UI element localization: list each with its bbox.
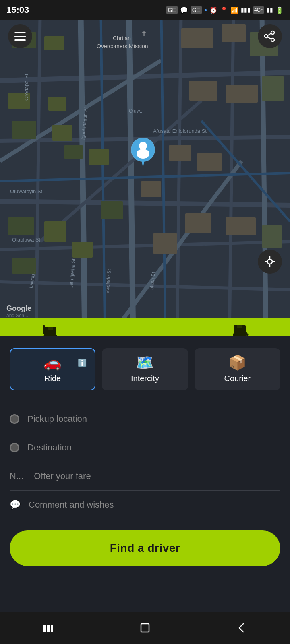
svg-text:Overcomers Mission: Overcomers Mission	[97, 43, 148, 50]
svg-point-68	[265, 35, 268, 38]
package-right-icon	[230, 320, 250, 338]
back-icon	[235, 621, 248, 634]
svg-rect-42	[101, 201, 123, 219]
svg-rect-80	[43, 325, 45, 334]
svg-line-69	[268, 33, 271, 35]
svg-rect-29	[226, 85, 258, 103]
svg-rect-36	[44, 221, 66, 242]
dot-icon: •	[204, 6, 207, 15]
message-icon: 💬	[180, 6, 188, 14]
recent-apps-icon	[42, 621, 55, 634]
svg-text:Chrtian: Chrtian	[113, 35, 131, 41]
signal-icon: ▮▮▮	[241, 7, 251, 13]
svg-rect-25	[48, 97, 66, 111]
ride-tab[interactable]: ℹ️ 🚗 Ride	[10, 348, 95, 390]
svg-rect-39	[226, 217, 256, 235]
destination-dot-icon	[10, 443, 19, 452]
svg-rect-43	[72, 242, 93, 258]
svg-rect-87	[47, 625, 50, 632]
user-location-pin	[129, 137, 157, 165]
pickup-dot-icon	[10, 414, 19, 424]
share-button[interactable]	[258, 24, 282, 48]
comment-icon: 💬	[10, 500, 21, 510]
svg-rect-40	[262, 225, 282, 248]
map-icon: 🗺️	[136, 355, 154, 370]
status-time: 15:03	[6, 5, 29, 15]
svg-rect-20	[44, 36, 64, 50]
status-bar: 15:03 GE 💬 GE • ⏰ 📍 📶 ▮▮▮ 4G↑ ▮▮ 🔋	[0, 0, 290, 20]
svg-rect-35	[8, 217, 34, 235]
svg-rect-88	[51, 625, 53, 632]
bottom-nav	[0, 612, 290, 644]
svg-point-66	[271, 31, 274, 34]
battery-icon: 🔋	[276, 6, 284, 14]
recent-apps-button[interactable]	[36, 616, 60, 640]
package-left-icon	[40, 320, 60, 338]
svg-rect-31	[64, 145, 83, 159]
intercity-tab[interactable]: 🗺️ Intercity	[102, 348, 188, 390]
svg-point-64	[137, 149, 149, 159]
svg-rect-33	[169, 145, 191, 161]
menu-button[interactable]	[8, 24, 32, 48]
location-crosshair-icon	[264, 256, 276, 268]
home-button[interactable]	[133, 616, 157, 640]
pickup-input[interactable]: Pickup location	[27, 414, 280, 424]
svg-rect-27	[52, 125, 72, 141]
sim1-icon: GE	[166, 6, 178, 14]
fare-row[interactable]: N... Offer your fare	[10, 462, 280, 491]
svg-rect-38	[185, 213, 211, 233]
intercity-label: Intercity	[131, 374, 159, 383]
share-icon	[264, 30, 276, 42]
svg-point-63	[139, 142, 147, 150]
svg-text:Google: Google	[6, 304, 31, 312]
gps-icon: 📍	[220, 6, 228, 14]
destination-input[interactable]: Destination	[27, 442, 280, 453]
alarm-icon: ⏰	[209, 6, 218, 14]
pickup-row[interactable]: Pickup location	[10, 405, 280, 433]
find-driver-button[interactable]: Find a driver	[10, 530, 280, 566]
svg-marker-65	[142, 161, 144, 168]
svg-rect-82	[237, 325, 242, 328]
map-area[interactable]: Anwoluwapo St Oredapo St Igbehinadun St …	[0, 0, 290, 322]
back-button[interactable]	[230, 616, 254, 640]
svg-text:Oluwatoyin St: Oluwatoyin St	[10, 188, 43, 194]
svg-line-70	[268, 37, 271, 39]
my-location-button[interactable]	[258, 250, 282, 274]
service-tabs: ℹ️ 🚗 Ride 🗺️ Intercity 📦 Courier	[10, 348, 280, 390]
status-icons: GE 💬 GE • ⏰ 📍 📶 ▮▮▮ 4G↑ ▮▮ 🔋	[166, 6, 284, 15]
svg-text:✝: ✝	[141, 30, 147, 38]
svg-rect-86	[44, 625, 46, 632]
ride-label: Ride	[44, 374, 61, 383]
sim2-icon: GE	[191, 6, 202, 14]
car-icon: 🚗	[44, 355, 62, 370]
comment-input[interactable]: Comment and wishes	[29, 500, 280, 510]
svg-text:Afusatu Eniolorunda St: Afusatu Eniolorunda St	[153, 128, 207, 134]
svg-text:Oluw...: Oluw...	[129, 108, 144, 114]
svg-rect-21	[181, 28, 213, 48]
svg-rect-22	[222, 24, 246, 42]
svg-text:Olaoluwa St: Olaoluwa St	[12, 237, 40, 243]
svg-rect-44	[153, 233, 177, 254]
svg-line-7	[81, 0, 85, 322]
svg-rect-32	[89, 149, 109, 165]
svg-point-67	[271, 38, 274, 41]
currency-prefix: N...	[10, 471, 23, 481]
svg-rect-28	[189, 80, 218, 101]
svg-rect-77	[48, 327, 53, 330]
svg-rect-26	[12, 121, 36, 139]
destination-row[interactable]: Destination	[10, 433, 280, 462]
4g-icon: 4G↑	[253, 6, 264, 14]
svg-text:and Sch...: and Sch...	[6, 313, 28, 318]
bottom-panel: ℹ️ 🚗 Ride 🗺️ Intercity 📦 Courier Pickup …	[0, 336, 290, 612]
svg-rect-30	[262, 76, 284, 101]
svg-text:Oredapo St: Oredapo St	[23, 74, 29, 101]
svg-rect-34	[197, 153, 222, 171]
svg-rect-41	[141, 181, 161, 197]
courier-icon: 📦	[228, 355, 246, 370]
fare-input[interactable]: Offer your fare	[34, 471, 280, 481]
courier-tab[interactable]: 📦 Courier	[195, 348, 280, 390]
courier-label: Courier	[224, 374, 251, 383]
svg-point-71	[267, 259, 272, 264]
comment-row[interactable]: 💬 Comment and wishes	[10, 491, 280, 519]
hamburger-icon	[14, 32, 26, 41]
